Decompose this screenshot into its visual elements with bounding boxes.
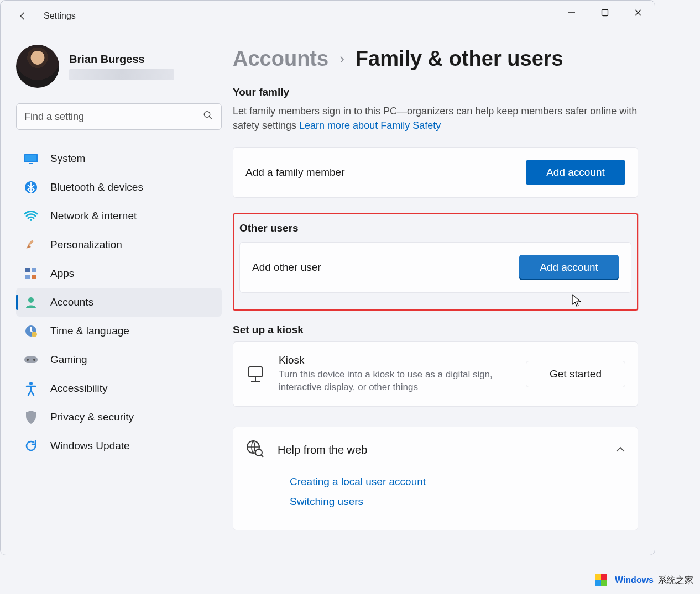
other-users-heading: Other users [239,222,631,234]
titlebar: Settings [1,1,655,31]
other-users-highlight: Other users Add other user Add account [233,213,638,311]
add-other-user-card: Add other user Add account [239,242,631,293]
chevron-right-icon: › [339,50,344,67]
window-controls [555,1,655,25]
svg-point-2 [204,112,210,118]
sidebar-item-personalization[interactable]: Personalization [16,230,222,259]
sidebar-item-accounts[interactable]: Accounts [16,288,222,317]
apps-icon [24,266,38,281]
settings-window: Settings Brian Burgess [0,0,655,555]
minimize-icon [568,9,576,17]
svg-rect-9 [28,240,34,245]
svg-point-16 [32,332,37,337]
watermark-text1: Windows [615,575,654,585]
sidebar-item-label: Time & language [50,325,129,337]
svg-point-19 [33,359,35,361]
sidebar-item-label: Windows Update [50,440,130,452]
help-link-switching-users[interactable]: Switching users [290,496,625,508]
search-wrap [16,103,222,130]
sidebar-item-label: Privacy & security [50,411,134,423]
svg-rect-11 [32,268,36,272]
kiosk-title: Kiosk [279,354,513,366]
add-other-account-button[interactable]: Add account [519,255,619,280]
svg-point-8 [30,219,32,221]
svg-line-26 [261,455,263,457]
sidebar-item-system[interactable]: System [16,144,222,173]
add-family-account-button[interactable]: Add account [526,160,625,185]
person-icon [24,295,38,309]
maximize-icon [601,9,609,17]
kiosk-get-started-button[interactable]: Get started [526,361,625,387]
watermark-logo-icon [592,571,610,590]
breadcrumb: Accounts › Family & other users [233,47,638,71]
sidebar-item-apps[interactable]: Apps [16,259,222,288]
add-family-member-card: Add a family member Add account [233,147,638,198]
add-other-user-label: Add other user [252,261,321,274]
sidebar-item-label: Accessibility [50,382,107,395]
close-button[interactable] [621,1,655,25]
clock-globe-icon [24,324,38,338]
help-link-local-user[interactable]: Creating a local user account [290,476,625,488]
svg-point-14 [28,297,34,303]
kiosk-desc: Turn this device into a kiosk to use as … [279,369,513,394]
svg-rect-21 [249,367,262,377]
sidebar: Brian Burgess System Bluetooth & devices [1,31,233,555]
sidebar-item-time[interactable]: Time & language [16,317,222,345]
breadcrumb-parent[interactable]: Accounts [233,47,328,71]
watermark: Windows 系统之家 [592,571,693,590]
arrow-left-icon [18,11,28,21]
svg-rect-6 [29,163,33,164]
sidebar-item-update[interactable]: Windows Update [16,432,222,460]
help-title: Help from the web [278,444,602,456]
maximize-button[interactable] [588,1,621,25]
your-family-heading: Your family [233,86,638,98]
svg-line-3 [209,117,212,119]
profile-email-blurred [69,69,174,80]
minimize-button[interactable] [555,1,588,25]
family-safety-link[interactable]: Learn more about Family Safety [299,120,441,131]
back-button[interactable] [12,5,34,27]
sidebar-item-label: Apps [50,267,74,280]
sidebar-item-label: Network & internet [50,210,137,222]
sidebar-item-label: System [50,153,85,165]
svg-rect-13 [32,275,36,279]
svg-point-20 [29,382,33,385]
search-icon [203,111,213,123]
sidebar-item-accessibility[interactable]: Accessibility [16,374,222,403]
sidebar-item-label: Personalization [50,239,122,251]
avatar [16,45,59,88]
profile-block[interactable]: Brian Burgess [16,45,222,88]
kiosk-heading: Set up a kiosk [233,324,638,336]
sidebar-item-label: Bluetooth & devices [50,181,143,193]
sidebar-item-bluetooth[interactable]: Bluetooth & devices [16,173,222,202]
svg-rect-5 [25,155,36,161]
search-input[interactable] [16,103,222,130]
globe-search-icon [245,439,264,460]
svg-point-18 [27,359,29,361]
sidebar-item-privacy[interactable]: Privacy & security [16,403,222,432]
system-icon [24,151,38,166]
svg-rect-12 [25,275,30,279]
paintbrush-icon [24,238,38,252]
your-family-desc: Let family members sign in to this PC—or… [233,104,638,133]
help-header[interactable]: Help from the web [245,439,625,460]
sidebar-item-network[interactable]: Network & internet [16,202,222,230]
svg-rect-1 [602,10,608,16]
gamepad-icon [24,353,38,367]
profile-name: Brian Burgess [69,53,174,66]
sidebar-item-gaming[interactable]: Gaming [16,345,222,374]
kiosk-card: Kiosk Turn this device into a kiosk to u… [233,341,638,407]
accessibility-icon [24,381,38,396]
content-area: Brian Burgess System Bluetooth & devices [1,31,655,555]
wifi-icon [24,209,38,223]
nav-list: System Bluetooth & devices Network & int… [16,144,222,460]
sidebar-item-label: Gaming [50,354,87,366]
bluetooth-icon [24,180,38,195]
page-title: Family & other users [356,47,563,71]
update-icon [24,439,38,453]
help-card: Help from the web Creating a local user … [233,427,638,530]
kiosk-text: Kiosk Turn this device into a kiosk to u… [279,354,513,394]
sidebar-item-label: Accounts [50,296,93,308]
main-pane: Accounts › Family & other users Your fam… [233,31,655,555]
app-title: Settings [44,11,76,21]
